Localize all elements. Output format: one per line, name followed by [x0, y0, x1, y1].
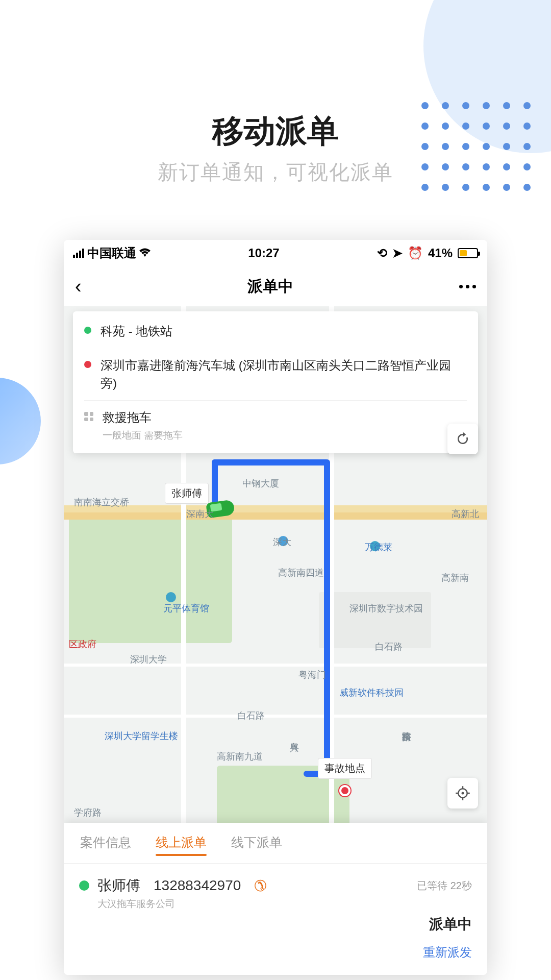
service-subtitle: 一般地面 需要拖车: [103, 429, 183, 442]
tab-offline-dispatch[interactable]: 线下派单: [231, 834, 282, 856]
map-label: 深圳市数字技术园: [349, 602, 423, 615]
bg-circle-left: [0, 378, 41, 464]
driver-name: 张师傅: [97, 876, 140, 895]
driver-phone: 13288342970: [154, 877, 241, 894]
driver-company: 大汉拖车服务公司: [64, 897, 487, 911]
hero-title: 移动派单: [0, 110, 551, 153]
map-label: 深圳大学留学生楼: [105, 730, 178, 742]
alarm-icon: ⏰: [408, 246, 423, 260]
map-label: 高新北: [452, 508, 479, 520]
wait-label: 已等待 22秒: [417, 879, 472, 893]
origin-dot-icon: [84, 327, 91, 334]
category-icon: [84, 412, 93, 421]
rotation-lock-icon: ⟲: [377, 246, 387, 260]
service-row[interactable]: 救援拖车 一般地面 需要拖车: [73, 401, 478, 450]
accident-tooltip: 事故地点: [318, 758, 372, 779]
location-icon: ➤: [392, 246, 403, 260]
map-label: 南南海立交桥: [74, 496, 129, 508]
map-view[interactable]: 张师傅 事故地点 科研路 科技中二路 科技北路 科发路 高新北 南南海立交桥 深…: [64, 306, 487, 823]
service-title: 救援拖车: [103, 409, 183, 427]
map-label: 威新软件科技园: [339, 687, 404, 699]
status-bar: 中国联通 10:27 ⟲ ➤ ⏰ 41%: [64, 240, 487, 266]
destination-dot-icon: [84, 361, 91, 368]
battery-percent: 41%: [428, 246, 453, 260]
locate-button[interactable]: [447, 778, 478, 808]
panel-tabs: 案件信息 线上派单 线下派单: [64, 823, 487, 863]
tab-online-dispatch[interactable]: 线上派单: [156, 834, 207, 856]
map-label: 高新南九道: [217, 750, 263, 763]
clock: 10:27: [248, 246, 279, 260]
origin-row[interactable]: 科苑 - 地铁站: [73, 314, 478, 349]
map-label: 中钢大厦: [242, 477, 279, 489]
map-label: 高新南: [441, 572, 469, 584]
poi-marker: [166, 592, 176, 602]
map-label: 白石路: [375, 641, 403, 653]
online-status-icon: [79, 880, 89, 891]
accident-marker: [339, 785, 350, 796]
driver-name-tooltip: 张师傅: [165, 483, 209, 504]
back-button[interactable]: ‹: [75, 276, 82, 298]
wifi-icon: [139, 246, 151, 260]
map-label: 区政府: [69, 638, 96, 650]
hero-subtitle: 新订单通知，可视化派单: [0, 158, 551, 186]
svg-point-1: [462, 792, 464, 795]
map-label: 深圳大学: [130, 653, 167, 666]
driver-row[interactable]: 张师傅 13288342970 ✆ 已等待 22秒: [64, 864, 487, 897]
map-label: 深大: [273, 536, 291, 548]
map-label: 高新南四道: [278, 567, 324, 579]
phone-icon[interactable]: ✆: [254, 877, 267, 895]
nav-title: 派单中: [247, 276, 293, 297]
nav-bar: ‹ 派单中: [64, 266, 487, 306]
route-info-card: 科苑 - 地铁站 深圳市嘉进隆前海汽车城 (深圳市南山区南头关口二路智恒产业园旁…: [73, 311, 478, 453]
dispatch-panel: 案件信息 线上派单 线下派单 张师傅 13288342970 ✆ 已等待 22秒…: [64, 823, 487, 975]
map-label: 深南大: [186, 508, 214, 520]
dispatch-status: 派单中: [429, 915, 472, 934]
battery-icon: [458, 248, 478, 258]
more-button[interactable]: [459, 285, 476, 288]
destination-text: 深圳市嘉进隆前海汽车城 (深圳市南山区南头关口二路智恒产业园旁): [101, 357, 467, 393]
map-label: 元平体育馆: [163, 602, 209, 615]
destination-row[interactable]: 深圳市嘉进隆前海汽车城 (深圳市南山区南头关口二路智恒产业园旁): [73, 349, 478, 401]
map-label: 学府路: [74, 806, 102, 819]
origin-text: 科苑 - 地铁站: [101, 323, 172, 340]
reassign-link[interactable]: 重新派发: [64, 934, 487, 975]
map-label: 万德莱: [365, 541, 392, 553]
refresh-button[interactable]: [447, 424, 478, 454]
map-label: 粤海门: [298, 669, 326, 681]
phone-frame: 中国联通 10:27 ⟲ ➤ ⏰ 41% ‹ 派单中: [64, 240, 487, 975]
tab-case-info[interactable]: 案件信息: [80, 834, 131, 856]
map-label: 白石路: [237, 709, 265, 722]
signal-icon: [73, 249, 84, 258]
carrier-label: 中国联通: [87, 245, 136, 261]
